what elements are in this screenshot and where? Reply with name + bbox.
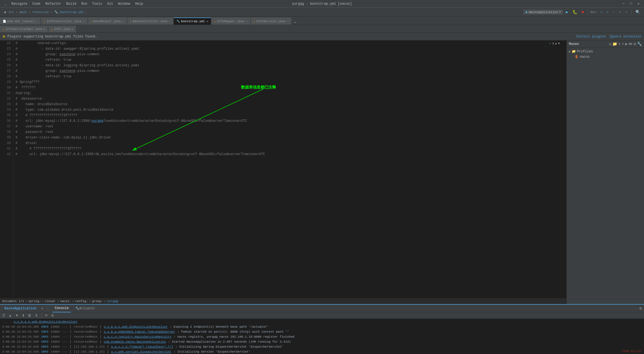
app-tab-close[interactable]: ✕	[41, 306, 43, 310]
panel-settings-icon[interactable]: ⚙	[640, 306, 642, 311]
tree-profiles[interactable]: ▶ 📁 Profiles	[568, 49, 643, 54]
maven-refresh-icon[interactable]: ↻	[609, 42, 611, 46]
actuator-tab[interactable]: 🔧 Actuator	[73, 305, 98, 312]
git-push[interactable]: ↑	[611, 10, 617, 14]
tab-infomapper[interactable]: ☕ InfoMapper.java ✕	[211, 17, 251, 25]
actuator-tab-label: Actuator	[79, 307, 95, 310]
console-tab[interactable]: Console	[52, 305, 71, 312]
menu-run[interactable]: Run	[79, 1, 90, 6]
run-config-arrow[interactable]: ▼	[559, 11, 561, 14]
log-pid-4: 14804	[50, 344, 60, 349]
run-button[interactable]: ▶	[564, 9, 570, 15]
code-content[interactable]: # shared-configs:# - data-id: swagger-${…	[13, 41, 566, 304]
tab-infocontroller-label: InfoController.java	[47, 20, 81, 23]
console-clear-btn[interactable]: 🗑	[27, 313, 32, 318]
maven-wrench-icon[interactable]: 🔧	[637, 42, 642, 46]
tab-pom[interactable]: 📄 pom.xml (nacos) ✕	[0, 17, 41, 25]
menu-help[interactable]: Help	[133, 1, 145, 6]
menu-underscore[interactable]: _	[2, 1, 9, 6]
tab-baseresult-close[interactable]: ✕	[122, 20, 124, 23]
tab-basecontroller-close[interactable]: ✕	[169, 20, 171, 23]
maven-add-icon[interactable]: +	[622, 42, 624, 46]
menu-build[interactable]: Build	[64, 1, 78, 6]
tree-nacos[interactable]: 🏺 nacos	[568, 54, 643, 59]
tab-info[interactable]: ☕ Info.java ✕	[48, 26, 76, 32]
log-class-2[interactable]: c.a.c.n.registry.NacosServiceRegistry	[104, 334, 171, 339]
log-class-0[interactable]: o.s.b.a.e.web.EndpointLinksResolver	[104, 324, 168, 329]
maven-download-icon[interactable]: ⬇	[618, 42, 620, 46]
more-tabs-button[interactable]: ⋯	[293, 20, 297, 25]
tab-bootstrap-close[interactable]: ✕	[206, 20, 208, 23]
git-checkmark2[interactable]: ✓	[605, 10, 610, 14]
menu-refactor[interactable]: Refactor	[43, 1, 64, 6]
tab-infoserviceimpl-close[interactable]: ✕	[44, 27, 45, 31]
log-class-5[interactable]: o.s.web.servlet.DispatcherServlet	[111, 349, 172, 354]
debug-button[interactable]: 🐛	[571, 9, 579, 15]
run-config-icon: ▶	[526, 10, 528, 14]
stop-button[interactable]: ■	[580, 9, 586, 15]
menu-navigate[interactable]: Navigate	[9, 1, 30, 6]
console-up-btn[interactable]: ▲	[7, 313, 13, 318]
log-class-3[interactable]: com.example.nacos.NacosApplication	[104, 339, 166, 344]
breadcrumb-src[interactable]: src	[9, 11, 14, 14]
log-pid-3: 14804	[50, 339, 60, 344]
tab-infoservice[interactable]: ☕ InfoService.java ✕	[251, 17, 292, 25]
git-undo[interactable]: ↩	[618, 10, 623, 14]
tab-bootstrap[interactable]: 🔧 bootstrap.yml ✕	[174, 17, 211, 25]
code-line-33: # name: druidDataSource	[16, 102, 564, 107]
maven-skip-icon[interactable]: ⏭	[629, 42, 633, 46]
breadcrumb-resources[interactable]: resources	[32, 11, 48, 14]
log-class-4[interactable]: o.a.c.c.C.[Tomcat].[localhost].[/]	[111, 344, 173, 349]
log-class-1[interactable]: o.s.b.w.embedded.tomcat.TomcatWebServer	[104, 329, 175, 334]
menu-tools[interactable]: Tools	[90, 1, 104, 6]
tab-info-close[interactable]: ✕	[71, 27, 73, 31]
console-pause-btn[interactable]: ⏸	[34, 313, 39, 318]
ignore-extension-link[interactable]: Ignore extension	[609, 35, 641, 39]
code-line-41: # # ?????????????????IP?????	[16, 146, 564, 151]
git-checkmark1[interactable]: ✓	[599, 10, 604, 14]
maximize-button[interactable]: □	[628, 1, 634, 6]
code-editor[interactable]: 2223242526272829303132333435363738394041…	[0, 41, 566, 304]
log-line-5: 3-06-20 22:04:33.636 INFO 14804 --- [ [1…	[2, 349, 642, 354]
pom-icon: 📄	[3, 20, 6, 23]
console-bottom-btn[interactable]: ⬇	[21, 313, 26, 318]
log-separator-1: ---	[62, 329, 67, 334]
breadcrumb-spring: spring:	[28, 300, 41, 303]
menu-window[interactable]: Window	[116, 1, 132, 6]
maven-settings-icon[interactable]: ⚙	[634, 42, 636, 46]
menu-code[interactable]: Code	[30, 1, 43, 6]
console-down-btn[interactable]: ▼	[14, 313, 20, 318]
menu-git[interactable]: Git	[105, 1, 116, 6]
console-wrap-btn[interactable]: ⟳	[44, 313, 49, 318]
log-separator-0: ---	[62, 324, 67, 329]
close-button[interactable]: ✕	[635, 1, 642, 6]
tab-infoserviceimpl[interactable]: ☕ InfoServiceImpl.java ✕	[0, 26, 48, 32]
tab-pom-close[interactable]: ✕	[36, 20, 38, 23]
minimize-button[interactable]: —	[620, 1, 627, 6]
fold-up-icon[interactable]: ▲	[555, 42, 557, 45]
fold-down-icon[interactable]: ▼	[558, 42, 560, 45]
breadcrumb-main[interactable]: main	[19, 11, 27, 14]
code-line-39: # driver-class-name: com.mysql.cj.jdbc.D…	[16, 135, 564, 140]
toolbar-back[interactable]: ◀	[2, 10, 7, 14]
tab-infoservice-close[interactable]: ✕	[287, 20, 289, 23]
infoservice-icon: ☕	[253, 20, 255, 23]
tab-basecontroller[interactable]: ☕ BaseController.java ✕	[127, 17, 174, 25]
tab-info-label: Info.java	[54, 27, 70, 31]
tab-baseresult[interactable]: ☕ BaseResult.java ✕	[88, 17, 127, 25]
console-filter-btn[interactable]: ☰	[1, 313, 6, 318]
checkmark-icon: ✓	[549, 42, 551, 45]
git-redo[interactable]: ↪	[624, 10, 629, 14]
console-settings-btn[interactable]: ⚙	[50, 313, 55, 318]
log-message-0: : Exposing 2 endpoint(s) beneath base pa…	[170, 324, 269, 329]
install-plugins-link[interactable]: Install plugins	[576, 35, 606, 39]
code-line-25: # refresh: true	[16, 57, 564, 63]
tab-infocontroller[interactable]: ☕ InfoController.java ✕	[41, 17, 88, 25]
profiles-arrow: ▶	[569, 50, 571, 53]
tab-infocontroller-close[interactable]: ✕	[83, 20, 85, 23]
tab-infomapper-close[interactable]: ✕	[246, 20, 247, 23]
log-thread-0: restartedMain	[74, 324, 98, 329]
search-button[interactable]: 🔍	[634, 9, 642, 15]
maven-folder-icon[interactable]: 📁	[612, 42, 617, 46]
maven-run-icon[interactable]: ▶	[625, 42, 627, 46]
